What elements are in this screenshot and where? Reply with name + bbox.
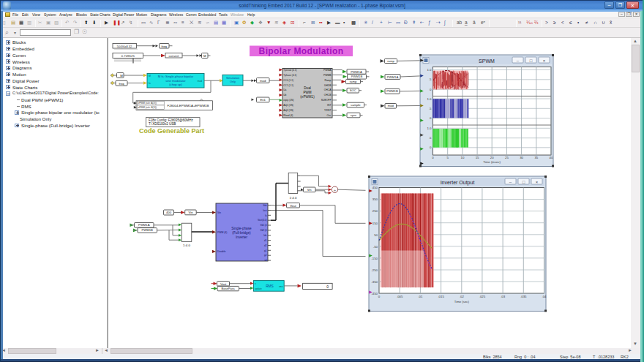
svg-text:1:4.0: 1:4.0	[290, 196, 297, 200]
svg-text:INT: INT	[327, 104, 331, 107]
svg-text:mod: mod	[260, 79, 266, 83]
svg-text:g1: g1	[264, 249, 267, 252]
svg-text:mod: mod	[388, 104, 394, 108]
svg-text:Disable: Disable	[217, 250, 225, 253]
svg-text:Inverter: Inverter	[236, 235, 247, 239]
svg-text:freq: freq	[162, 45, 168, 48]
svg-text:50: 50	[374, 233, 378, 237]
svg-text:Vout: Vout	[290, 204, 296, 208]
svg-text:Vin: Vin	[217, 211, 221, 214]
svg-text:30: 30	[520, 156, 523, 159]
svg-text:F28x Config: F28035@60MHz: F28x Config: F28035@60MHz	[149, 118, 194, 122]
svg-text:SOC: SOC	[350, 88, 356, 92]
svg-text:Dual: Dual	[304, 86, 310, 90]
svg-text:Vin: Vin	[307, 188, 312, 192]
svg-text:35: 35	[534, 156, 538, 159]
svg-text:350: 350	[372, 197, 378, 201]
svg-text:Vout(4.0): Vout(4.0)	[258, 219, 267, 222]
svg-text:-250: -250	[371, 268, 378, 272]
svg-text:ramp: ramp	[387, 59, 394, 63]
svg-text:convert: convert	[168, 54, 179, 58]
svg-text:(chop up): (chop up)	[169, 83, 182, 86]
svg-text:Simulation: Simulation	[226, 76, 239, 80]
svg-text:0: 0	[326, 284, 329, 289]
svg-text:Tperiod (4.1): Tperiod (4.1)	[283, 69, 296, 72]
svg-text:PWM1B: PWM1B	[386, 89, 398, 93]
svg-text:PWM1B: PWM1B	[351, 75, 363, 78]
svg-text:PWM1A: PWM1A	[387, 75, 399, 79]
svg-text:PWM: PWM	[303, 91, 311, 94]
svg-text:d2: d2	[264, 244, 267, 247]
svg-text:10: 10	[461, 156, 465, 159]
svg-text:F28004-EPWM1A+EPWM1B: F28004-EPWM1A+EPWM1B	[168, 104, 209, 108]
svg-text:Vout: Vout	[220, 282, 227, 286]
svg-text:.02: .02	[460, 295, 465, 298]
svg-text:1:4.0: 1:4.0	[183, 244, 190, 247]
svg-text:PWM1B: PWM1B	[142, 228, 154, 232]
svg-text:eqep (1N): eqep (1N)	[283, 99, 293, 102]
svg-text:M: M	[120, 74, 123, 78]
svg-text:40: 40	[550, 156, 553, 159]
svg-text:Ua: Ua	[283, 88, 286, 91]
svg-text:20: 20	[490, 156, 494, 159]
svg-text:M: M	[203, 54, 206, 58]
svg-text:400: 400	[166, 211, 172, 214]
svg-text:sd: sd	[264, 259, 267, 262]
svg-text:Osc: Osc	[326, 114, 331, 117]
svg-text:450: 450	[372, 186, 378, 189]
svg-text:Bipolar Modulation: Bipolar Modulation	[259, 46, 344, 56]
svg-text:1.0: 1.0	[427, 127, 433, 130]
svg-text:Ia: Ia	[265, 214, 267, 217]
svg-text:freq: freq	[119, 82, 124, 86]
svg-text:1.0: 1.0	[427, 97, 433, 101]
svg-text:Ramp: Ramp	[324, 79, 331, 82]
svg-text:-50: -50	[373, 245, 378, 249]
svg-text:OHCB: OHCB	[324, 94, 332, 97]
svg-text:×: ×	[543, 59, 546, 63]
svg-text:□: □	[523, 180, 525, 184]
svg-text:M fs: Single-phase bipolar: M fs: Single-phase bipolar	[158, 75, 194, 78]
svg-text:CC0 (1.1): CC0 (1.1)	[283, 79, 293, 82]
svg-text:-350: -350	[371, 280, 378, 284]
svg-text:Ub: Ub	[283, 94, 286, 97]
svg-text:UHDB: UHDB	[324, 84, 332, 87]
svg-text:M: M	[149, 75, 151, 78]
svg-text:.04: .04	[542, 295, 547, 298]
svg-text:÷: ÷	[334, 188, 336, 192]
svg-text:BasePass: BasePass	[221, 287, 234, 290]
svg-text:25: 25	[505, 156, 509, 159]
svg-text:15: 15	[476, 156, 479, 159]
svg-text:TI XDS100v2 USB: TI XDS100v2 USB	[149, 122, 176, 126]
svg-text:SPWM: SPWM	[479, 59, 495, 64]
svg-text:Vab: Vab	[263, 204, 267, 207]
svg-text:50@6x8 32: 50@6x8 32	[117, 45, 132, 48]
svg-text:Adj2 (1N): Adj2 (1N)	[283, 109, 293, 112]
svg-text:ePWM (suh: B(1f)): ePWM (suh: B(1f))	[138, 106, 157, 109]
svg-text:Inverter Output: Inverter Output	[441, 180, 475, 186]
svg-text:PWM1A: PWM1A	[138, 223, 150, 227]
svg-text:Single-phase: Single-phase	[231, 227, 252, 230]
svg-text:Tphase (4.1): Tphase (4.1)	[283, 74, 296, 77]
svg-text:.005: .005	[397, 295, 403, 298]
svg-text:PWM (4): PWM (4)	[217, 231, 227, 234]
svg-text:mod: mod	[198, 80, 202, 83]
svg-text:.5: .5	[429, 78, 432, 81]
svg-text:Adj1 (1N): Adj1 (1N)	[283, 104, 293, 107]
svg-text:PWMA: PWMA	[323, 69, 332, 72]
svg-text:.015: .015	[438, 295, 444, 298]
svg-text:Idc: Idc	[263, 234, 267, 237]
svg-text:update: update	[255, 287, 262, 290]
svg-text:OHCA: OHCA	[324, 88, 332, 91]
svg-text:(ePWM1): (ePWM1)	[300, 95, 315, 99]
svg-text:Vin: Vin	[189, 211, 194, 214]
svg-text:rms: rms	[279, 285, 283, 288]
svg-text:ramp: ramp	[350, 80, 357, 83]
svg-text:(Full-bridge): (Full-bridge)	[232, 231, 251, 235]
svg-text:d1: d1	[264, 239, 267, 242]
svg-text:sine modulator: sine modulator	[165, 79, 186, 83]
svg-text:-150: -150	[371, 257, 378, 260]
svg-text:CC1 (1.1): CC1 (1.1)	[283, 84, 293, 87]
svg-text:.025: .025	[479, 295, 486, 298]
svg-text:.01: .01	[418, 295, 423, 298]
svg-text:PWMB: PWMB	[323, 74, 332, 77]
